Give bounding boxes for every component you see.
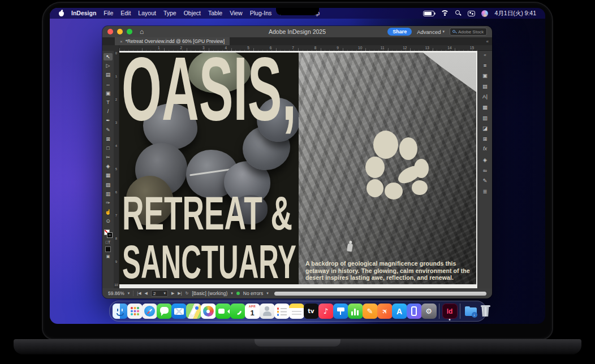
menu-bar-clock[interactable]: 4月1日(火) 9:41 <box>494 10 536 18</box>
dock-system-settings[interactable]: ⚙ <box>421 304 437 319</box>
menu-table[interactable]: Table <box>208 8 222 19</box>
effects-panel-icon[interactable]: fx <box>480 145 490 153</box>
document-tab[interactable]: × *Retreat Overview.indd @ 60% [GPU Prev… <box>115 37 230 45</box>
headline-line-2[interactable]: RETREAT & <box>122 187 292 240</box>
home-icon[interactable]: ⌂ <box>140 29 144 34</box>
stroke-swatch[interactable] <box>107 232 113 238</box>
menu-object[interactable]: Object <box>184 8 201 19</box>
layers-panel-icon[interactable]: ◈ <box>480 155 490 164</box>
headline-line-1[interactable]: OASIS, <box>122 53 296 139</box>
page-left[interactable]: OASIS, RETREAT & SANCTUARY <box>119 53 299 284</box>
zoom-tool[interactable]: ⊙ <box>104 218 113 225</box>
preflight-profile[interactable]: [Basic] (working) <box>192 291 227 296</box>
dock-downloads[interactable]: ↓ <box>463 304 478 319</box>
document-canvas[interactable]: OASIS, RETREAT & SANCTUARY <box>119 51 477 288</box>
wifi-icon[interactable] <box>441 10 449 16</box>
previous-spread-button[interactable]: ◀ <box>145 291 148 296</box>
dock-trash[interactable] <box>478 304 493 319</box>
retreat-logo-mark[interactable] <box>365 131 429 197</box>
last-spread-button[interactable]: ▶| <box>178 291 182 296</box>
content-collector-tool[interactable]: ▣ <box>104 90 113 97</box>
eyedropper-tool[interactable]: ✑ <box>104 200 113 207</box>
dock-keynote[interactable] <box>333 304 348 319</box>
align-panel-icon[interactable]: ⊞ <box>480 135 490 143</box>
page-number-input[interactable]: 2 ▾ <box>151 290 168 297</box>
formatting-affects-buttons[interactable]: □T <box>106 240 111 245</box>
dock-app-store[interactable]: A <box>392 304 407 319</box>
gap-tool[interactable]: ↔ <box>104 81 113 88</box>
scissors-tool[interactable]: ✂ <box>104 154 113 161</box>
menu-file[interactable]: File <box>104 8 113 19</box>
cc-libraries-panel-icon[interactable]: ▣ <box>480 71 490 80</box>
next-spread-button[interactable]: ▶ <box>171 291 174 296</box>
line-tool[interactable]: / <box>104 108 113 115</box>
rotate-spread-icon[interactable]: ↻ <box>186 291 189 296</box>
page-right-cliff-photo[interactable]: A backdrop of geological magnificence gr… <box>299 53 476 284</box>
minimize-window-button[interactable] <box>117 29 123 34</box>
close-window-button[interactable] <box>107 29 113 34</box>
share-button[interactable]: Share <box>387 28 412 36</box>
stroke-panel-icon[interactable]: ✎ <box>480 176 490 185</box>
pages-panel-icon[interactable]: ▤ <box>480 82 490 90</box>
dock-notes[interactable] <box>289 304 304 319</box>
fill-stroke-swatches[interactable] <box>104 229 113 238</box>
dock-iphone-mirroring[interactable] <box>407 304 422 319</box>
zoom-window-button[interactable] <box>127 29 132 34</box>
spotlight-search-icon[interactable] <box>455 10 462 16</box>
text-wrap-panel-icon[interactable]: ◪ <box>480 124 490 132</box>
rectangle-tool[interactable]: □ <box>104 145 113 152</box>
caption-text-frame[interactable]: A backdrop of geological magnificence gr… <box>305 260 472 281</box>
vertical-ruler[interactable]: 0 1 2 3 4 5 6 7 8 9 10 <box>114 51 119 288</box>
stroke-weight-panel-icon[interactable]: ≣ <box>480 187 490 196</box>
menu-edit[interactable]: Edit <box>120 8 131 19</box>
close-tab-icon[interactable]: × <box>120 39 123 44</box>
dock-apple-tv[interactable]: tv <box>304 304 319 319</box>
dock-reminders[interactable] <box>274 304 290 319</box>
dock-mail[interactable] <box>171 304 187 319</box>
links-panel-icon[interactable]: ∞ <box>480 166 490 175</box>
paragraph-styles-panel-icon[interactable]: ▥ <box>480 114 490 122</box>
note-tool[interactable]: ▥ <box>104 190 113 198</box>
gradient-feather-tool[interactable]: ▨ <box>104 181 113 189</box>
control-center-icon[interactable] <box>468 11 475 16</box>
dock-numbers[interactable] <box>348 304 363 319</box>
errors-chevron-icon[interactable]: ▾ <box>266 291 269 296</box>
dock-launchpad[interactable] <box>127 304 143 319</box>
horizontal-scrollbar[interactable] <box>274 292 486 296</box>
title-bar[interactable]: ⌂ Adobe InDesign 2025 Share Advanced ▾ A… <box>102 26 492 37</box>
ruler-origin-box[interactable] <box>102 45 119 51</box>
dock-photos[interactable] <box>201 304 216 319</box>
panel-collapse-icon[interactable]: « <box>486 37 492 45</box>
dock-phone[interactable] <box>230 304 245 319</box>
dock-games[interactable]: ✈ <box>377 304 393 319</box>
dock-calendar[interactable]: APR 1 <box>245 304 260 319</box>
adjustments-panel-icon[interactable]: ≡ <box>480 61 490 70</box>
direct-selection-tool[interactable]: ▷ <box>104 62 113 70</box>
dock-music[interactable]: ♪ <box>318 304 334 319</box>
workspace-switcher[interactable]: Advanced ▾ <box>417 29 445 35</box>
type-tool[interactable]: T <box>104 99 113 106</box>
dock-maps[interactable] <box>186 304 201 319</box>
expand-panels-icon[interactable]: « <box>484 52 486 59</box>
pencil-tool[interactable]: ✎ <box>104 127 113 134</box>
dock-safari[interactable] <box>142 304 157 319</box>
menu-view[interactable]: View <box>230 8 243 19</box>
pen-tool[interactable]: ✒ <box>104 117 113 124</box>
dock-finder[interactable] <box>113 304 128 319</box>
gradient-swatch-tool[interactable]: ▦ <box>104 172 113 179</box>
apple-menu-icon[interactable] <box>59 10 64 16</box>
menu-layout[interactable]: Layout <box>138 8 156 19</box>
menu-plugins[interactable]: Plug-Ins <box>250 8 272 19</box>
preflight-chevron-icon[interactable]: ▾ <box>231 291 233 296</box>
first-spread-button[interactable]: |◀ <box>137 291 141 296</box>
page-tool[interactable]: ▤ <box>104 71 113 79</box>
selection-tool[interactable]: ↖ <box>104 53 113 60</box>
battery-icon[interactable] <box>423 11 434 16</box>
character-panel-icon[interactable]: A| <box>480 92 490 101</box>
hand-tool[interactable]: ☝ <box>104 209 113 216</box>
screen-mode-button[interactable]: ▣ <box>106 254 110 259</box>
apply-color-button[interactable] <box>105 246 111 252</box>
dock-contacts[interactable] <box>260 304 275 319</box>
zoom-level-chevron-icon[interactable]: ▾ <box>128 291 130 296</box>
horizontal-ruler[interactable]: 1 2 3 4 5 6 7 8 9 10 11 12 13 14 15 16 <box>102 45 492 51</box>
